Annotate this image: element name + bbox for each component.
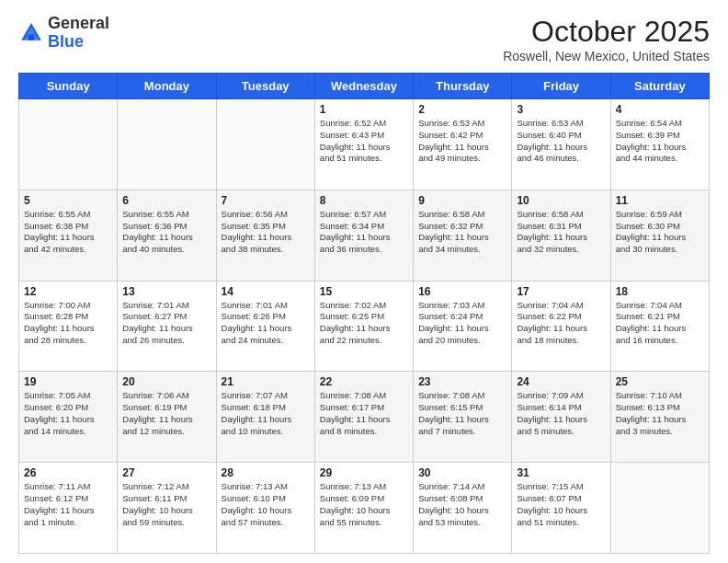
day-number: 18: [616, 285, 704, 298]
calendar-cell: 14Sunrise: 7:01 AM Sunset: 6:26 PM Dayli…: [216, 281, 314, 372]
header: General Blue October 2025 Roswell, New M…: [18, 15, 710, 63]
month-title: October 2025: [503, 15, 710, 49]
page: General Blue October 2025 Roswell, New M…: [0, 0, 728, 563]
cell-info: Sunrise: 6:55 AM Sunset: 6:38 PM Dayligh…: [24, 209, 112, 256]
calendar-cell: 5Sunrise: 6:55 AM Sunset: 6:38 PM Daylig…: [19, 190, 118, 281]
cell-info: Sunrise: 7:12 AM Sunset: 6:11 PM Dayligh…: [122, 481, 210, 528]
calendar-cell: 19Sunrise: 7:05 AM Sunset: 6:20 PM Dayli…: [19, 372, 118, 463]
day-number: 24: [517, 375, 605, 388]
day-number: 14: [222, 285, 310, 298]
day-number: 11: [616, 194, 704, 207]
calendar-cell: 3Sunrise: 6:53 AM Sunset: 6:40 PM Daylig…: [512, 99, 610, 190]
calendar-cell: 15Sunrise: 7:02 AM Sunset: 6:25 PM Dayli…: [314, 281, 413, 372]
calendar-cell: 30Sunrise: 7:14 AM Sunset: 6:08 PM Dayli…: [414, 463, 512, 554]
calendar-cell: [118, 99, 216, 190]
calendar-cell: 6Sunrise: 6:55 AM Sunset: 6:36 PM Daylig…: [118, 190, 216, 281]
logo-blue: Blue: [48, 32, 84, 51]
calendar-week-4: 19Sunrise: 7:05 AM Sunset: 6:20 PM Dayli…: [19, 372, 710, 463]
cell-info: Sunrise: 7:13 AM Sunset: 6:09 PM Dayligh…: [320, 481, 408, 528]
cell-info: Sunrise: 7:04 AM Sunset: 6:21 PM Dayligh…: [616, 300, 704, 347]
calendar-cell: 25Sunrise: 7:10 AM Sunset: 6:13 PM Dayli…: [610, 372, 709, 463]
calendar-cell: 8Sunrise: 6:57 AM Sunset: 6:34 PM Daylig…: [314, 190, 413, 281]
calendar-cell: 12Sunrise: 7:00 AM Sunset: 6:28 PM Dayli…: [19, 281, 118, 372]
cell-info: Sunrise: 7:06 AM Sunset: 6:19 PM Dayligh…: [122, 390, 210, 437]
day-number: 28: [222, 466, 310, 479]
logo-text: General Blue: [48, 15, 109, 52]
col-header-thursday: Thursday: [414, 74, 512, 99]
day-number: 31: [517, 466, 605, 479]
calendar-cell: 11Sunrise: 6:59 AM Sunset: 6:30 PM Dayli…: [610, 190, 709, 281]
cell-info: Sunrise: 7:08 AM Sunset: 6:15 PM Dayligh…: [418, 390, 506, 437]
cell-info: Sunrise: 6:55 AM Sunset: 6:36 PM Dayligh…: [122, 209, 210, 256]
day-number: 9: [418, 194, 506, 207]
calendar-cell: [610, 463, 709, 554]
cell-info: Sunrise: 7:09 AM Sunset: 6:14 PM Dayligh…: [517, 390, 605, 437]
day-number: 10: [517, 194, 605, 207]
location: Roswell, New Mexico, United States: [503, 49, 710, 63]
cell-info: Sunrise: 7:04 AM Sunset: 6:22 PM Dayligh…: [517, 300, 605, 347]
cell-info: Sunrise: 6:58 AM Sunset: 6:32 PM Dayligh…: [418, 209, 506, 256]
cell-info: Sunrise: 6:56 AM Sunset: 6:35 PM Dayligh…: [222, 209, 310, 256]
cell-info: Sunrise: 7:02 AM Sunset: 6:25 PM Dayligh…: [320, 300, 408, 347]
calendar-cell: 2Sunrise: 6:53 AM Sunset: 6:42 PM Daylig…: [414, 99, 512, 190]
day-number: 25: [616, 375, 704, 388]
cell-info: Sunrise: 6:59 AM Sunset: 6:30 PM Dayligh…: [616, 209, 704, 256]
calendar-cell: 7Sunrise: 6:56 AM Sunset: 6:35 PM Daylig…: [216, 190, 314, 281]
day-number: 4: [616, 103, 704, 116]
cell-info: Sunrise: 6:58 AM Sunset: 6:31 PM Dayligh…: [517, 209, 605, 256]
cell-info: Sunrise: 7:07 AM Sunset: 6:18 PM Dayligh…: [222, 390, 310, 437]
cell-info: Sunrise: 6:52 AM Sunset: 6:43 PM Dayligh…: [320, 118, 408, 165]
calendar-table: SundayMondayTuesdayWednesdayThursdayFrid…: [18, 73, 710, 554]
col-header-tuesday: Tuesday: [216, 74, 314, 99]
calendar-cell: 9Sunrise: 6:58 AM Sunset: 6:32 PM Daylig…: [414, 190, 512, 281]
calendar-cell: 10Sunrise: 6:58 AM Sunset: 6:31 PM Dayli…: [512, 190, 610, 281]
calendar-cell: 16Sunrise: 7:03 AM Sunset: 6:24 PM Dayli…: [414, 281, 512, 372]
logo: General Blue: [18, 15, 109, 52]
day-number: 20: [122, 375, 210, 388]
day-number: 17: [517, 285, 605, 298]
cell-info: Sunrise: 7:14 AM Sunset: 6:08 PM Dayligh…: [418, 481, 506, 528]
cell-info: Sunrise: 7:10 AM Sunset: 6:13 PM Dayligh…: [616, 390, 704, 437]
day-number: 30: [418, 466, 506, 479]
day-number: 5: [24, 194, 112, 207]
col-header-wednesday: Wednesday: [314, 74, 413, 99]
logo-general: General: [48, 14, 109, 32]
col-header-friday: Friday: [512, 74, 610, 99]
day-number: 26: [24, 466, 112, 479]
day-number: 2: [418, 103, 506, 116]
calendar-cell: 13Sunrise: 7:01 AM Sunset: 6:27 PM Dayli…: [118, 281, 216, 372]
day-number: 23: [418, 375, 506, 388]
day-number: 22: [320, 375, 408, 388]
calendar-cell: 20Sunrise: 7:06 AM Sunset: 6:19 PM Dayli…: [118, 372, 216, 463]
day-number: 29: [320, 466, 408, 479]
day-number: 27: [122, 466, 210, 479]
calendar-cell: 24Sunrise: 7:09 AM Sunset: 6:14 PM Dayli…: [512, 372, 610, 463]
title-block: October 2025 Roswell, New Mexico, United…: [503, 15, 710, 63]
calendar-week-2: 5Sunrise: 6:55 AM Sunset: 6:38 PM Daylig…: [19, 190, 710, 281]
calendar-cell: 28Sunrise: 7:13 AM Sunset: 6:10 PM Dayli…: [216, 463, 314, 554]
day-number: 21: [222, 375, 310, 388]
cell-info: Sunrise: 7:11 AM Sunset: 6:12 PM Dayligh…: [24, 481, 112, 528]
day-number: 8: [320, 194, 408, 207]
calendar-cell: 22Sunrise: 7:08 AM Sunset: 6:17 PM Dayli…: [314, 372, 413, 463]
cell-info: Sunrise: 7:01 AM Sunset: 6:26 PM Dayligh…: [222, 300, 310, 347]
calendar-cell: 23Sunrise: 7:08 AM Sunset: 6:15 PM Dayli…: [414, 372, 512, 463]
calendar-week-5: 26Sunrise: 7:11 AM Sunset: 6:12 PM Dayli…: [19, 463, 710, 554]
day-number: 12: [24, 285, 112, 298]
day-number: 13: [122, 285, 210, 298]
day-number: 15: [320, 285, 408, 298]
calendar-header-row: SundayMondayTuesdayWednesdayThursdayFrid…: [19, 74, 710, 99]
cell-info: Sunrise: 7:13 AM Sunset: 6:10 PM Dayligh…: [222, 481, 310, 528]
col-header-sunday: Sunday: [19, 74, 118, 99]
calendar-cell: 17Sunrise: 7:04 AM Sunset: 6:22 PM Dayli…: [512, 281, 610, 372]
cell-info: Sunrise: 6:53 AM Sunset: 6:40 PM Dayligh…: [517, 118, 605, 165]
calendar-cell: 26Sunrise: 7:11 AM Sunset: 6:12 PM Dayli…: [19, 463, 118, 554]
calendar-week-3: 12Sunrise: 7:00 AM Sunset: 6:28 PM Dayli…: [19, 281, 710, 372]
calendar-cell: 1Sunrise: 6:52 AM Sunset: 6:43 PM Daylig…: [314, 99, 413, 190]
day-number: 6: [122, 194, 210, 207]
calendar-cell: 27Sunrise: 7:12 AM Sunset: 6:11 PM Dayli…: [118, 463, 216, 554]
col-header-saturday: Saturday: [610, 74, 709, 99]
day-number: 3: [517, 103, 605, 116]
svg-rect-2: [28, 34, 34, 40]
cell-info: Sunrise: 7:15 AM Sunset: 6:07 PM Dayligh…: [517, 481, 605, 528]
